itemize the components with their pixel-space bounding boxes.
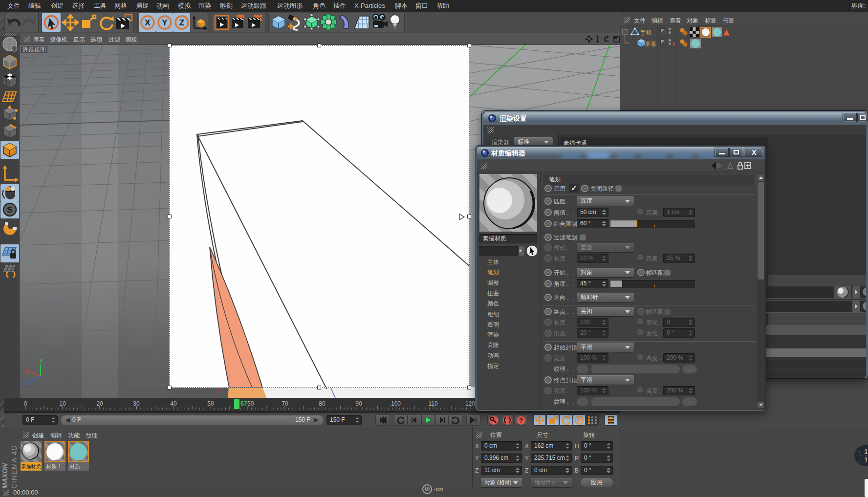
svg-text:Y: Y [162, 18, 168, 27]
svg-text:X: X [25, 368, 29, 374]
svg-text:Y: Y [39, 358, 43, 364]
svg-text:X: X [145, 18, 151, 27]
svg-text:Z: Z [24, 381, 28, 387]
svg-text:S: S [7, 205, 12, 215]
svg-text:Z: Z [179, 18, 184, 27]
svg-text:?: ? [519, 417, 523, 424]
svg-text:P: P [577, 417, 581, 424]
